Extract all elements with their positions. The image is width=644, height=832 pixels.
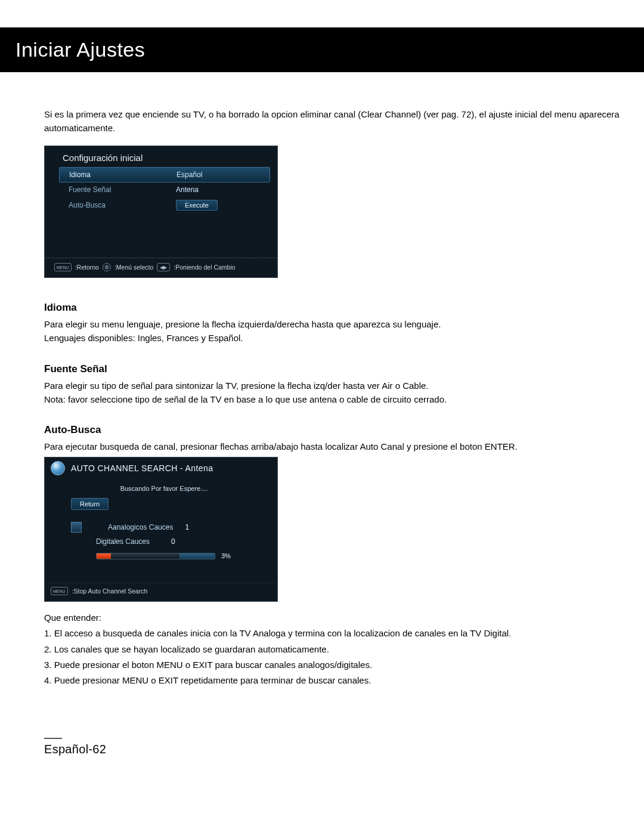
- page-number: Español-62: [44, 743, 644, 756]
- footer-rule: [44, 738, 62, 739]
- osd-title: Configuración inicial: [63, 153, 268, 163]
- osd2-footer-text: :Stop Auto Channel Search: [72, 587, 148, 595]
- osd-label-fuente: Fuente Señal: [69, 185, 134, 194]
- section-title-idioma: Idioma: [44, 302, 627, 314]
- osd-label-autobusca: Auto-Busca: [69, 201, 134, 209]
- osd-row-idioma[interactable]: Idioma Español: [59, 167, 270, 183]
- progress-wrap: 3%: [96, 552, 263, 560]
- idioma-line1: Para elegir su menu lenguaje, presione l…: [44, 317, 627, 331]
- digital-label: Digitales Cauces: [96, 537, 150, 546]
- osd2-body: Buscando Por favor Espere.... Return Aan…: [45, 478, 277, 583]
- osd2-title: AUTO CHANNEL SEARCH - Antena: [71, 463, 213, 473]
- section-title-fuente: Fuente Señal: [44, 363, 627, 375]
- nav-ring-icon: ⦿: [103, 263, 111, 271]
- section-title-autobusca: Auto-Busca: [44, 424, 627, 436]
- notes-header: Que entender:: [44, 613, 627, 623]
- progress-fill: [97, 553, 111, 559]
- analog-label: Aanalogicos Cauces: [108, 523, 173, 531]
- fuente-line1: Para elegir su tipo de señal para sinton…: [44, 379, 627, 392]
- osd-value-autobusca[interactable]: Execute: [176, 200, 218, 211]
- progress-bar: [96, 553, 215, 559]
- section-body-autobusca: Para ejecutar busqueda de canal, presion…: [44, 440, 627, 453]
- osd-row-autobusca[interactable]: Auto-Busca Execute: [69, 197, 270, 214]
- return-button[interactable]: Return: [71, 498, 109, 510]
- section-body-idioma: Para elegir su menu lenguaje, presione l…: [44, 317, 627, 345]
- intro-text: Si es la primera vez que enciende su TV,…: [44, 108, 627, 135]
- osd-initial-config: Configuración inicial Idioma Español Fue…: [44, 146, 278, 278]
- progress-track-highlight: [179, 553, 215, 559]
- note-4: 4. Puede presionar MENU o EXIT repetidam…: [44, 673, 627, 687]
- note-1: 1. El acceso a busqueda de canales inici…: [44, 626, 627, 640]
- osd2-digital-row: Digitales Cauces 0: [96, 537, 271, 546]
- note-3: 3. Puede presionar el boton MENU o EXIT …: [44, 658, 627, 672]
- notes-list: 1. El acceso a busqueda de canales inici…: [44, 626, 627, 687]
- osd-value-fuente: Antena: [176, 185, 199, 194]
- osd2-message: Buscando Por favor Espere....: [57, 485, 271, 492]
- hint-cambio: :Poniendo del Cambio: [174, 264, 235, 271]
- page-header: Iniciar Ajustes: [0, 27, 644, 72]
- idioma-line2: Lenguajes disponibles: Ingles, Frances y…: [44, 331, 627, 345]
- osd-auto-channel-search: AUTO CHANNEL SEARCH - Antena Buscando Po…: [44, 457, 278, 602]
- osd2-footer: MENU :Stop Auto Channel Search: [45, 583, 277, 601]
- left-right-arrows-icon: ◀▶: [157, 263, 170, 271]
- osd-row-fuente[interactable]: Fuente Señal Antena: [69, 183, 270, 197]
- hint-menu-selecto: :Menú selecto: [114, 264, 153, 271]
- channel-preview-icon: [71, 522, 82, 533]
- content: Si es la primera vez que enciende su TV,…: [0, 72, 644, 687]
- menu-chip-icon: MENU: [54, 263, 72, 271]
- page-footer: Español-62: [0, 689, 644, 774]
- auto-line1: Para ejecutar busqueda de canal, presion…: [44, 440, 627, 453]
- digital-count: 0: [171, 537, 175, 546]
- osd-value-idioma: Español: [177, 171, 202, 179]
- osd-label-idioma: Idioma: [69, 171, 135, 179]
- osd2-analog-row: Aanalogicos Cauces 1: [71, 522, 271, 533]
- section-body-fuente: Para elegir su tipo de señal para sinton…: [44, 379, 627, 407]
- page-title: Iniciar Ajustes: [16, 38, 628, 61]
- hint-retorno: :Retorno: [75, 264, 99, 271]
- analog-count: 1: [185, 523, 189, 531]
- fuente-line2: Nota: favor seleccione tipo de señal de …: [44, 392, 627, 406]
- menu-chip-icon: MENU: [51, 587, 68, 595]
- osd2-header: AUTO CHANNEL SEARCH - Antena: [45, 457, 277, 478]
- osd-hint-row: MENU :Retorno ⦿ :Menú selecto ◀▶ :Ponien…: [52, 258, 270, 277]
- note-2: 2. Los canales que se hayan localizado s…: [44, 642, 627, 656]
- globe-icon: [51, 461, 65, 475]
- progress-percent: 3%: [221, 552, 231, 559]
